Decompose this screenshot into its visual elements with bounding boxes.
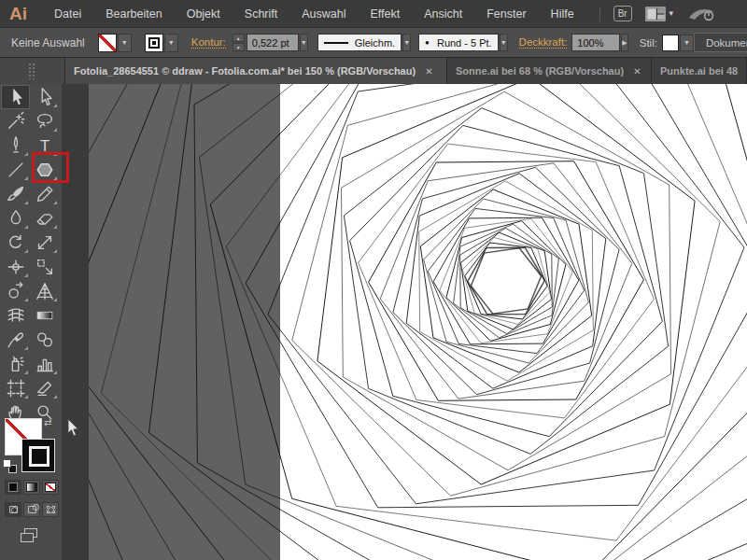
style-combo[interactable]: ▼ bbox=[662, 35, 694, 51]
step-down-button[interactable]: ▼ bbox=[233, 43, 245, 51]
stroke-color-combo[interactable]: ▼ bbox=[145, 34, 178, 52]
gradient-tool[interactable] bbox=[30, 303, 59, 328]
magic-wand-tool[interactable] bbox=[1, 109, 30, 133]
line-segment-tool[interactable] bbox=[1, 158, 30, 182]
mesh-tool[interactable] bbox=[1, 303, 30, 328]
pen-tool[interactable] bbox=[1, 133, 30, 158]
stroke-profile-value: Gleichm. bbox=[355, 37, 395, 49]
direct-selection-tool[interactable] bbox=[30, 85, 59, 109]
color-button[interactable] bbox=[5, 480, 21, 495]
swap-fill-stroke-icon[interactable]: ⇄ bbox=[44, 417, 51, 427]
gradient-icon bbox=[35, 305, 55, 326]
paintbrush-tool[interactable] bbox=[1, 182, 30, 206]
blob-brush-icon bbox=[6, 208, 26, 229]
stroke-dropdown-button[interactable]: ▼ bbox=[164, 34, 178, 52]
draw-normal-button[interactable] bbox=[5, 502, 21, 517]
canvas-area[interactable] bbox=[89, 84, 747, 560]
tab-document-3[interactable]: Punkte.ai bei 483,9 bbox=[652, 58, 747, 84]
eraser-tool[interactable] bbox=[30, 206, 59, 231]
perspective-grid-tool[interactable] bbox=[30, 279, 59, 303]
magic-wand-icon bbox=[6, 111, 26, 132]
slice-icon bbox=[35, 378, 55, 399]
brush-value: Rund - 5 Pt. bbox=[437, 37, 492, 49]
free-transform-tool[interactable] bbox=[30, 255, 59, 279]
workspace-switcher[interactable]: ▼ bbox=[645, 7, 675, 21]
draw-inside-button[interactable] bbox=[42, 502, 59, 517]
tab-close-icon[interactable]: ✕ bbox=[425, 66, 432, 77]
none-diagonal bbox=[99, 35, 116, 51]
shape-builder-tool[interactable] bbox=[1, 279, 30, 303]
opacity-value[interactable]: 100% bbox=[571, 34, 620, 51]
screen-mode-button[interactable] bbox=[18, 523, 44, 543]
rotate-tool[interactable] bbox=[1, 231, 30, 255]
width-tool[interactable] bbox=[1, 255, 30, 279]
lasso-tool[interactable] bbox=[30, 109, 59, 133]
opacity-arrow-button[interactable]: ▶ bbox=[621, 34, 627, 51]
stroke-weight-dropdown[interactable]: ▼ bbox=[300, 34, 308, 51]
menu-item-auswahl[interactable]: Auswahl bbox=[289, 0, 358, 28]
brush-dot-icon: ● bbox=[425, 38, 430, 47]
perspective-grid-icon bbox=[35, 281, 55, 301]
tab-label: Fotolia_28654551 © ddraw - Fotolia.com.a… bbox=[74, 65, 416, 77]
screen-mode-icon bbox=[24, 528, 37, 538]
eyedropper-tool[interactable] bbox=[1, 328, 30, 352]
column-graph-tool[interactable] bbox=[30, 352, 59, 376]
stroke-weight-value[interactable]: 0,522 pt bbox=[247, 34, 299, 51]
tab-close-icon[interactable]: ✕ bbox=[633, 66, 641, 77]
eraser-icon bbox=[35, 208, 55, 229]
menu-item-schrift[interactable]: Schrift bbox=[233, 0, 289, 28]
menu-item-fenster[interactable]: Fenster bbox=[474, 0, 538, 28]
menu-item-hilfe[interactable]: Hilfe bbox=[539, 0, 586, 28]
cs-live-icon[interactable] bbox=[688, 6, 716, 22]
opacity-label[interactable]: Deckkraft: bbox=[519, 36, 568, 49]
style-dropdown[interactable]: ▼ bbox=[680, 35, 694, 51]
symbol-sprayer-tool[interactable] bbox=[1, 352, 30, 376]
brush-combo[interactable]: ● Rund - 5 Pt. bbox=[418, 34, 499, 51]
stroke-weight-stepper[interactable]: ▲ ▼ bbox=[233, 34, 245, 51]
bridge-icon[interactable]: Br bbox=[613, 6, 632, 21]
step-up-button[interactable]: ▲ bbox=[233, 34, 245, 42]
tab-document-1[interactable]: Fotolia_28654551 © ddraw - Fotolia.com.a… bbox=[65, 58, 447, 84]
menu-item-effekt[interactable]: Effekt bbox=[358, 0, 412, 28]
tab-label: Sonne.ai bei 68 % (RGB/Vorschau) bbox=[456, 65, 624, 77]
brush-dropdown[interactable]: ▼ bbox=[500, 34, 508, 51]
paintbrush-icon bbox=[6, 184, 26, 204]
stroke-profile-combo[interactable]: Gleichm. bbox=[317, 34, 402, 51]
menu-item-datei[interactable]: Datei bbox=[42, 0, 93, 28]
fill-color-combo[interactable]: ▼ bbox=[98, 34, 132, 52]
menu-item-objekt[interactable]: Objekt bbox=[175, 0, 233, 28]
artboard-tool[interactable] bbox=[1, 376, 30, 400]
blend-tool[interactable] bbox=[30, 328, 59, 352]
selection-tool[interactable] bbox=[1, 85, 30, 109]
stroke-swatch[interactable] bbox=[21, 439, 55, 472]
none-button[interactable] bbox=[42, 480, 59, 495]
fill-dropdown-button[interactable]: ▼ bbox=[118, 34, 132, 52]
symbol-sprayer-icon bbox=[6, 354, 26, 374]
style-swatch[interactable] bbox=[662, 35, 679, 51]
stroke-profile-dropdown[interactable]: ▼ bbox=[402, 34, 411, 51]
tools-grid: T bbox=[1, 85, 59, 425]
document-setup-button[interactable]: Dokumen bbox=[694, 33, 747, 52]
selection-status: Keine Auswahl bbox=[11, 36, 85, 49]
slice-tool[interactable] bbox=[30, 376, 59, 400]
tools-dock-header[interactable] bbox=[0, 58, 65, 84]
draw-behind-button[interactable] bbox=[23, 502, 40, 517]
artboard-icon bbox=[6, 378, 26, 399]
stroke-weight-label[interactable]: Kontur: bbox=[191, 36, 226, 49]
stroke-color-swatch[interactable] bbox=[145, 34, 163, 52]
tab-document-2[interactable]: Sonne.ai bei 68 % (RGB/Vorschau)✕ bbox=[447, 58, 652, 84]
menu-item-bearbeiten[interactable]: Bearbeiten bbox=[93, 0, 174, 28]
drawing-mode-buttons bbox=[5, 502, 59, 517]
default-fill-stroke-icon[interactable] bbox=[3, 459, 17, 473]
fill-none-swatch[interactable] bbox=[98, 34, 117, 52]
blob-brush-tool[interactable] bbox=[1, 206, 30, 231]
svg-text:T: T bbox=[39, 137, 49, 154]
illustrator-window: Ai DateiBearbeitenObjektSchriftAuswahlEf… bbox=[0, 0, 747, 560]
gradient-button[interactable] bbox=[23, 480, 40, 495]
scale-tool[interactable] bbox=[30, 231, 59, 255]
pencil-tool[interactable] bbox=[30, 182, 59, 206]
color-type-buttons bbox=[5, 480, 59, 495]
free-transform-icon bbox=[35, 257, 55, 277]
control-bar: Keine Auswahl ▼ ▼ Kontur: ▲ ▼ 0,522 pt ▼… bbox=[0, 28, 747, 58]
menu-item-ansicht[interactable]: Ansicht bbox=[412, 0, 474, 28]
